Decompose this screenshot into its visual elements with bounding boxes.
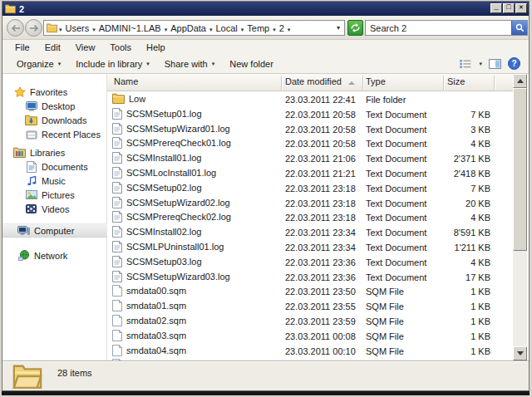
breadcrumb-separator-icon[interactable]: ▾ xyxy=(208,27,214,32)
file-name-cell[interactable]: SCSMSetupWizard02.log xyxy=(112,197,278,208)
maximize-button[interactable]: □ xyxy=(503,3,515,13)
table-row[interactable]: smdata04.sqm23.03.2011 00:10SQM File1 KB xyxy=(107,344,513,359)
table-row[interactable]: SCSMPrereqCheck02.log22.03.2011 23:18Tex… xyxy=(107,210,513,225)
file-size-cell: 1 KB xyxy=(416,301,490,311)
file-name-cell[interactable]: smdata03.sqm xyxy=(112,330,278,341)
breadcrumb-item[interactable]: Users xyxy=(64,23,91,33)
breadcrumb-item[interactable]: 2 xyxy=(278,23,286,33)
column-header-name[interactable]: Name xyxy=(114,76,138,86)
sidebar-item-recent-places[interactable]: Recent Places xyxy=(2,127,107,141)
breadcrumb-separator-icon[interactable]: ▾ xyxy=(286,27,293,32)
sidebar-item-desktop[interactable]: Desktop xyxy=(2,99,107,113)
file-name-cell[interactable]: SCSMLocInstall01.log xyxy=(112,167,278,179)
column-header-size[interactable]: Size xyxy=(447,76,465,86)
table-row[interactable]: SCSMSetupWizard01.log22.03.2011 20:58Tex… xyxy=(107,122,513,137)
date-modified-cell: 23.03.2011 00:10 xyxy=(285,346,356,356)
file-name-cell[interactable]: Low xyxy=(112,93,278,104)
sidebar-item-libraries[interactable]: Libraries xyxy=(2,145,107,159)
breadcrumb-separator-icon[interactable]: ▾ xyxy=(91,27,97,32)
toolbar-button-new-folder[interactable]: New folder xyxy=(222,56,281,71)
sidebar-item-favorites[interactable]: Favorites xyxy=(2,85,107,99)
menu-item-tools[interactable]: Tools xyxy=(102,42,139,53)
menu-item-view[interactable]: View xyxy=(68,42,103,53)
file-name-cell[interactable]: SCSMSetup01.log xyxy=(112,108,278,120)
column-header-date-modified[interactable]: Date modified xyxy=(285,76,355,86)
menu-item-edit[interactable]: Edit xyxy=(37,42,68,53)
preview-pane-icon[interactable] xyxy=(489,59,501,69)
toolbar-button-include-in-library[interactable]: Include in library▾ xyxy=(68,56,157,71)
toolbar-button-share-with[interactable]: Share with▾ xyxy=(157,56,223,71)
column-resize-handle[interactable] xyxy=(443,76,444,90)
sidebar-item-network[interactable]: Network xyxy=(2,248,107,262)
forward-button[interactable] xyxy=(25,19,42,37)
column-resize-handle[interactable] xyxy=(362,76,363,90)
table-row[interactable]: smdata02.sqm22.03.2011 23:59SQM File1 KB xyxy=(107,314,513,329)
file-name-cell[interactable]: SCSMInstall01.log xyxy=(112,152,278,164)
sidebar-item-videos[interactable]: Videos xyxy=(2,202,107,216)
sidebar-item-pictures[interactable]: Pictures xyxy=(2,188,107,202)
minimize-button[interactable]: _ xyxy=(490,3,502,13)
table-row[interactable]: smdata03.sqm23.03.2011 00:08SQM File1 KB xyxy=(107,329,513,344)
breadcrumb-item[interactable]: AppData xyxy=(169,23,208,33)
address-bar[interactable]: ▾Users▾ADMINI~1.LAB▾AppData▾Local▾Temp▾2… xyxy=(43,20,345,36)
file-name-cell[interactable]: SCSMSetup03.log xyxy=(112,256,278,267)
sidebar-item-music[interactable]: Music xyxy=(2,174,107,188)
file-name-cell[interactable]: smdata00.sqm xyxy=(112,285,278,297)
table-row[interactable]: SCSMSetup03.log22.03.2011 23:36Text Docu… xyxy=(107,255,513,270)
table-row[interactable]: SCSMSetup01.log22.03.2011 20:58Text Docu… xyxy=(107,107,513,122)
views-icon[interactable] xyxy=(459,59,472,69)
sidebar-item-documents[interactable]: Documents xyxy=(2,159,107,174)
views-dropdown-icon[interactable]: ▾ xyxy=(479,61,482,67)
table-row[interactable]: SCSMLPUninstall01.log22.03.2011 23:34Tex… xyxy=(107,240,513,255)
file-name-cell[interactable]: SCSMInstall02.log xyxy=(112,226,278,238)
breadcrumb-separator-icon[interactable]: ▾ xyxy=(271,27,278,32)
file-name-cell[interactable]: smdata01.sqm xyxy=(112,300,278,311)
file-name-cell[interactable]: smdata02.sqm xyxy=(112,315,278,326)
table-row[interactable]: Low23.03.2011 22:41File folder xyxy=(107,92,513,107)
scroll-down-button[interactable] xyxy=(513,346,527,360)
toolbar-button-organize[interactable]: Organize▾ xyxy=(9,56,68,71)
file-name-label: SCSMInstall02.log xyxy=(126,227,202,237)
table-row[interactable]: SCSMLocInstall01.log22.03.2011 21:21Text… xyxy=(107,166,513,181)
address-history-dropdown[interactable]: ▾ xyxy=(337,24,340,32)
column-resize-handle[interactable] xyxy=(281,76,282,90)
address-band: ▾Users▾ADMINI~1.LAB▾AppData▾Local▾Temp▾2… xyxy=(2,16,529,40)
table-row[interactable]: SCSMInstall01.log22.03.2011 21:06Text Do… xyxy=(107,151,513,166)
search-input[interactable]: Search 2 xyxy=(366,23,511,33)
table-row[interactable]: SCSMInstall02.log22.03.2011 23:34Text Do… xyxy=(107,225,513,240)
table-row[interactable]: SCSMSetup02.log22.03.2011 23:18Text Docu… xyxy=(107,181,513,196)
breadcrumb-separator-icon[interactable]: ▾ xyxy=(57,27,64,32)
column-header-type[interactable]: Type xyxy=(366,76,386,86)
help-icon[interactable]: ? xyxy=(508,57,520,70)
table-row[interactable]: SCSMSetupWizard03.log22.03.2011 23:36Tex… xyxy=(107,270,513,285)
breadcrumb-item[interactable]: ADMINI~1.LAB xyxy=(97,23,163,33)
breadcrumb-item[interactable]: Local xyxy=(214,23,239,33)
file-name-cell[interactable]: SCSMPrereqCheck01.log xyxy=(112,137,278,149)
toolbar-button-label: Include in library xyxy=(76,59,142,69)
table-row[interactable]: smdata01.sqm22.03.2011 23:55SQM File1 KB xyxy=(107,299,513,314)
column-resize-handle[interactable] xyxy=(494,76,495,90)
file-name-cell[interactable]: SCSMSetupWizard03.log xyxy=(112,271,278,282)
menu-item-file[interactable]: File xyxy=(7,42,37,53)
vertical-scrollbar[interactable] xyxy=(513,74,527,360)
search-box[interactable]: Search 2 xyxy=(365,20,528,36)
file-name-cell[interactable]: SCSMSetup02.log xyxy=(112,182,278,194)
back-button[interactable] xyxy=(7,19,24,37)
table-row[interactable]: smdata00.sqm22.03.2011 23:50SQM File1 KB xyxy=(107,284,513,299)
close-button[interactable]: ✕ xyxy=(515,3,527,13)
file-name-cell[interactable]: smdata04.sqm xyxy=(112,345,278,356)
menu-item-help[interactable]: Help xyxy=(139,42,173,53)
sidebar-item-downloads[interactable]: Downloads xyxy=(2,113,107,127)
refresh-button[interactable] xyxy=(347,20,363,36)
file-name-cell[interactable]: SCSMPrereqCheck02.log xyxy=(112,211,278,223)
sidebar-item-computer[interactable]: Computer xyxy=(2,223,107,238)
scrollbar-thumb[interactable] xyxy=(513,88,527,251)
search-button[interactable] xyxy=(511,21,527,35)
table-row[interactable]: SCSMPrereqCheck01.log22.03.2011 20:58Tex… xyxy=(107,136,513,151)
table-row[interactable]: SCSMSetupWizard02.log22.03.2011 23:18Tex… xyxy=(107,196,513,211)
scroll-up-button[interactable] xyxy=(513,74,527,88)
file-name-cell[interactable]: SCSMSetupWizard01.log xyxy=(112,123,278,135)
title-bar[interactable]: 2 _ □ ✕ xyxy=(2,2,529,16)
breadcrumb-item[interactable]: Temp xyxy=(245,23,271,33)
file-name-cell[interactable]: SCSMLPUninstall01.log xyxy=(112,241,278,252)
